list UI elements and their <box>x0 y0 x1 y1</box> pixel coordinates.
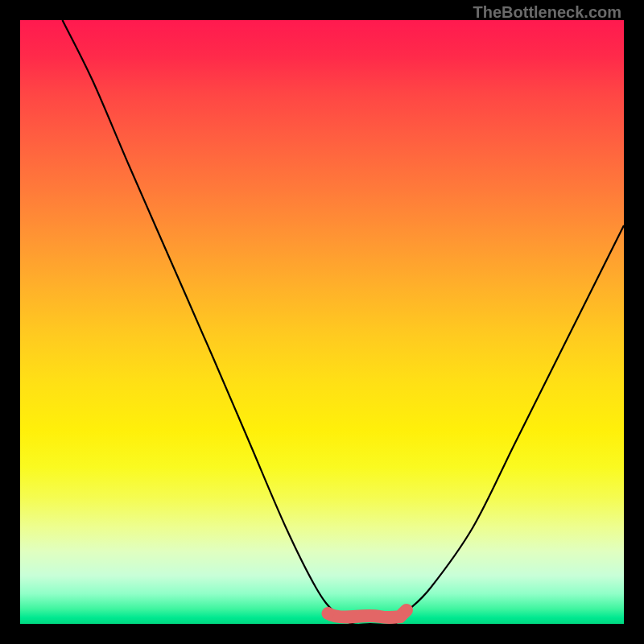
attribution-text: TheBottleneck.com <box>473 3 621 22</box>
chart-plot-area <box>20 20 624 624</box>
optimal-range-highlight <box>328 610 407 617</box>
highlight-start-dot <box>323 608 334 619</box>
highlight-end-dot <box>401 605 412 616</box>
bottleneck-curve-path <box>63 20 625 624</box>
chart-svg <box>20 20 624 624</box>
